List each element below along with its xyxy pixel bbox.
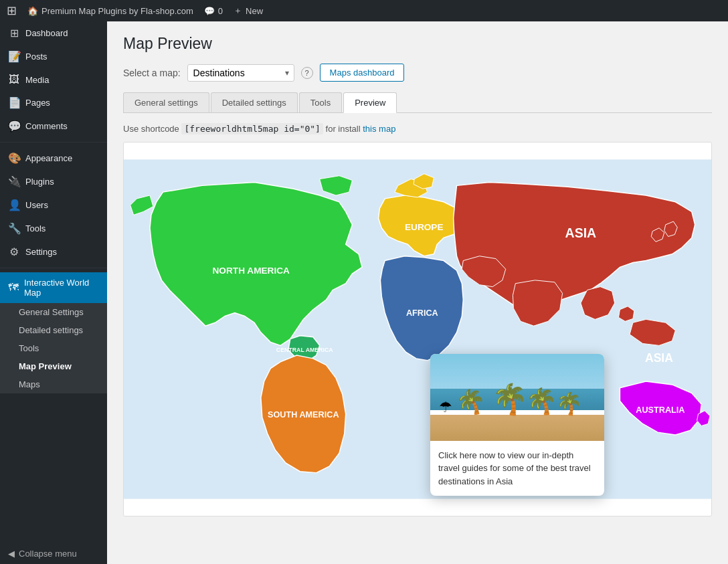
sidebar-item-dashboard[interactable]: ⊞ Dashboard: [0, 21, 107, 45]
comments-icon: 💬: [8, 120, 20, 132]
sidebar-item-comments[interactable]: 💬 Comments: [0, 114, 107, 138]
home-icon: 🏠: [27, 6, 38, 16]
this-map-link[interactable]: this map: [363, 124, 395, 134]
new-content-button[interactable]: ＋ New: [234, 5, 263, 17]
sidebar-item-appearance[interactable]: 🎨 Appearance: [0, 147, 107, 170]
africa-label: AFRICA: [406, 308, 438, 318]
submenu-map-preview[interactable]: Map Preview: [0, 357, 107, 375]
posts-icon: 📝: [8, 50, 20, 63]
popup-image: 🌴 🌴 🌴 🌴 ☂: [430, 354, 604, 441]
select-map-label: Select a map:: [123, 68, 181, 78]
appearance-icon: 🎨: [8, 152, 20, 165]
settings-icon: ⚙: [8, 246, 20, 258]
map-icon: 🗺: [8, 282, 19, 294]
asia-label: ASIA: [565, 225, 597, 240]
sidebar-submenu: General Settings Detailed settings Tools…: [0, 303, 107, 393]
shortcode-code[interactable]: [freeworldhtml5map id="0"]: [181, 123, 323, 134]
help-badge[interactable]: ?: [301, 67, 313, 79]
asia-label-2: ASIA: [645, 351, 673, 365]
sidebar-item-media[interactable]: 🖼 Media: [0, 68, 107, 91]
central-america-label: CENTRAL AMERICA: [276, 347, 333, 353]
submenu-maps[interactable]: Maps: [0, 375, 107, 393]
page-title: Map Preview: [123, 35, 712, 53]
collapse-menu-button[interactable]: ◀ Collapse menu: [0, 543, 107, 564]
comment-icon: 💬: [204, 6, 215, 16]
tools-icon: 🔧: [8, 222, 20, 235]
tab-detailed-settings[interactable]: Detailed settings: [211, 92, 298, 112]
sidebar-item-tools[interactable]: 🔧 Tools: [0, 217, 107, 240]
tab-general-settings[interactable]: General settings: [123, 92, 209, 112]
palm-tree-2: 🌴: [490, 380, 529, 418]
maps-dashboard-button[interactable]: Maps dashboard: [320, 64, 405, 82]
sand: [430, 415, 604, 441]
tab-tools[interactable]: Tools: [299, 92, 342, 112]
site-name[interactable]: 🏠 Premium Map Plugins by Fla-shop.com: [27, 6, 193, 16]
map-select-dropdown[interactable]: Destinations: [187, 64, 294, 82]
tabs: General settings Detailed settings Tools…: [123, 92, 712, 113]
plugins-icon: 🔌: [8, 175, 20, 188]
sidebar-menu: ⊞ Dashboard 📝 Posts 🖼 Media 📄 Pages 💬 Co…: [0, 21, 107, 303]
dashboard-icon: ⊞: [8, 27, 20, 39]
users-icon: 👤: [8, 199, 20, 211]
popup-box[interactable]: 🌴 🌴 🌴 🌴 ☂ Click here now to view our in-…: [430, 354, 604, 496]
plus-icon: ＋: [234, 5, 242, 17]
collapse-icon: ◀: [8, 549, 15, 559]
map-select-row: Select a map: Destinations ? Maps dashbo…: [123, 64, 712, 82]
sidebar-item-settings[interactable]: ⚙ Settings: [0, 240, 107, 264]
sidebar-item-users[interactable]: 👤 Users: [0, 193, 107, 217]
world-map-svg[interactable]: NORTH AMERICA CENTRAL AMERICA SOUTH AMER…: [124, 143, 711, 516]
sidebar-item-posts[interactable]: 📝 Posts: [0, 45, 107, 68]
europe-label: EUROPE: [405, 222, 444, 232]
pages-icon: 📄: [8, 96, 20, 109]
tab-preview[interactable]: Preview: [343, 92, 397, 113]
map-select-wrapper: Destinations: [187, 64, 294, 82]
palm-tree-4: 🌴: [554, 389, 584, 418]
north-america-label: NORTH AMERICA: [213, 266, 290, 276]
australia-label: AUSTRALIA: [636, 405, 685, 415]
sidebar-item-interactive-world-map[interactable]: 🗺 Interactive World Map: [0, 272, 107, 303]
sidebar-item-plugins[interactable]: 🔌 Plugins: [0, 170, 107, 193]
submenu-general-settings[interactable]: General Settings: [0, 303, 107, 321]
media-icon: 🖼: [8, 74, 20, 86]
submenu-detailed-settings[interactable]: Detailed settings: [0, 321, 107, 339]
shortcode-bar: Use shortcode [freeworldhtml5map id="0"]…: [123, 124, 712, 134]
south-america-label: SOUTH AMERICA: [268, 410, 339, 419]
main-content: Map Preview Select a map: Destinations ?…: [107, 21, 728, 564]
comments-link[interactable]: 💬 0: [204, 6, 223, 16]
sidebar-item-pages[interactable]: 📄 Pages: [0, 91, 107, 114]
map-preview-container: NORTH AMERICA CENTRAL AMERICA SOUTH AMER…: [123, 142, 712, 516]
palm-tree-1: 🌴: [454, 386, 489, 419]
beach-umbrella: ☂: [439, 399, 452, 416]
admin-bar: ⊞ 🏠 Premium Map Plugins by Fla-shop.com …: [0, 0, 728, 21]
sidebar: ⊞ Dashboard 📝 Posts 🖼 Media 📄 Pages 💬 Co…: [0, 21, 107, 564]
submenu-tools[interactable]: Tools: [0, 339, 107, 357]
wp-logo-icon[interactable]: ⊞: [7, 3, 17, 18]
popup-text: Click here now to view our in-depth trav…: [430, 441, 604, 496]
